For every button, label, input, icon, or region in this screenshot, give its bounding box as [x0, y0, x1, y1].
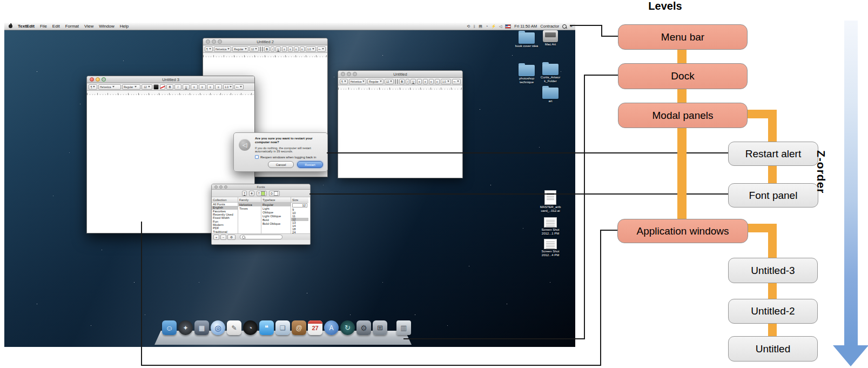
list-menu[interactable]: •– — [317, 46, 326, 52]
dock-calendar-icon[interactable]: 27 — [308, 320, 322, 335]
dock-dashboard-icon[interactable]: ◔ — [243, 320, 258, 335]
bold-button[interactable]: B — [399, 79, 405, 84]
desktop-icon-screenshot-2[interactable]: Screen Shot 2012...4 PM — [538, 239, 563, 257]
spotlight-icon[interactable] — [562, 24, 567, 29]
align-justify-button[interactable]: ≡ — [435, 79, 440, 84]
dock-system-preferences-icon[interactable]: ⚙ — [356, 320, 371, 335]
list-menu[interactable]: •– — [234, 84, 244, 90]
bold-button[interactable]: B — [166, 84, 173, 90]
dock-finder-icon[interactable]: ☺ — [162, 320, 177, 335]
battery-icon[interactable]: ⚡ — [491, 24, 496, 28]
dock-contacts-icon[interactable]: @ — [292, 320, 306, 335]
align-left-button[interactable]: ≡ — [191, 84, 198, 90]
font-search-field[interactable] — [240, 235, 282, 239]
dock-time-machine-icon[interactable]: ↻ — [340, 320, 355, 335]
line-spacing-menu[interactable]: 1.0 — [223, 84, 233, 90]
fast-user-switching[interactable]: Contractor — [540, 24, 559, 29]
menu-help[interactable]: Help — [120, 24, 129, 29]
underline-button[interactable]: U — [411, 79, 416, 84]
checkbox[interactable] — [255, 155, 259, 159]
font-family-menu[interactable]: Helvetica — [349, 79, 367, 84]
desktop-icon-screenshot-1[interactable]: Screen Shot 2012...1 PM — [538, 217, 563, 236]
background-color-well[interactable] — [397, 79, 398, 84]
typeface-item[interactable]: Bold — [261, 218, 291, 222]
menu-format[interactable]: Format — [65, 24, 79, 29]
family-item[interactable]: Times — [238, 206, 261, 210]
desktop-icon-mac-art[interactable]: Mac Art — [538, 30, 563, 46]
title-bar[interactable]: Untitled 3 — [87, 76, 254, 83]
menu-view[interactable]: View — [84, 24, 93, 29]
align-center-button[interactable]: ≡ — [199, 84, 206, 90]
align-center-button[interactable]: ≡ — [423, 79, 428, 84]
align-center-button[interactable]: ≡ — [288, 46, 293, 52]
text-color-well[interactable] — [153, 84, 159, 90]
fonts-panel[interactable]: Fonts T T T D Collection All Fonts Engli… — [211, 184, 311, 245]
line-spacing-menu[interactable]: 1.0 — [441, 79, 451, 84]
styles-menu[interactable]: ¶ — [340, 79, 348, 84]
title-bar[interactable]: Untitled — [338, 71, 462, 78]
styles-menu[interactable]: ¶ — [89, 84, 97, 90]
restart-button[interactable]: Restart — [297, 161, 323, 168]
typeface-item[interactable]: Light — [261, 206, 291, 210]
typeface-item[interactable]: Light Oblique — [261, 214, 291, 218]
clock-icon[interactable]: ◔ — [486, 24, 488, 28]
font-size-menu[interactable]: 12 — [142, 84, 152, 90]
collection-item[interactable]: Traditional — [212, 230, 238, 233]
typeface-item-selected[interactable]: Regular — [261, 203, 291, 206]
line-spacing-menu[interactable]: 1.0 — [306, 46, 316, 52]
reopen-windows-option[interactable]: Reopen windows when logging back in — [255, 155, 316, 159]
underline-button[interactable]: U — [275, 46, 281, 52]
cancel-button[interactable]: Cancel — [268, 161, 294, 168]
dock-app-store-icon[interactable]: A — [324, 320, 339, 335]
typeface-item[interactable]: Bold Oblique — [261, 222, 291, 225]
italic-button[interactable]: I — [174, 84, 181, 90]
align-justify-button[interactable]: ≡ — [215, 84, 222, 90]
background-color-well[interactable] — [262, 46, 263, 52]
italic-button[interactable]: I — [271, 46, 274, 52]
desktop-icon-curtis-artwork-folder[interactable]: Curtis_Artwor k_Folder — [538, 64, 563, 83]
align-right-button[interactable]: ≡ — [294, 46, 299, 52]
background-color-well[interactable] — [160, 84, 165, 90]
dock-trash-icon[interactable]: ▥ — [396, 320, 411, 335]
window-untitled[interactable]: Untitled ¶ Helvetica Regular 12 B I U ≡ … — [338, 70, 463, 178]
dock-mission-control-icon[interactable]: ▦ — [194, 320, 209, 335]
bold-button[interactable]: B — [264, 46, 270, 52]
text-color-well[interactable] — [395, 79, 396, 84]
align-right-button[interactable]: ≡ — [429, 79, 434, 84]
font-size-menu[interactable]: 12 — [250, 46, 259, 52]
menu-edit[interactable]: Edit — [52, 24, 60, 29]
dock-messages-icon[interactable]: ❝ — [259, 320, 274, 335]
font-family-menu[interactable]: Helvetica — [214, 46, 232, 52]
text-area[interactable] — [338, 90, 462, 178]
panel-title-bar[interactable]: Fonts — [212, 184, 310, 190]
apple-icon[interactable] — [9, 24, 12, 28]
align-justify-button[interactable]: ≡ — [300, 46, 305, 52]
dock-calculator-icon[interactable]: ⊞ — [373, 320, 387, 335]
add-collection-button[interactable]: + — [213, 235, 219, 240]
styles-menu[interactable]: ¶ — [205, 46, 213, 52]
title-bar[interactable]: Untitled 2 — [203, 38, 327, 45]
align-left-button[interactable]: ≡ — [417, 79, 422, 84]
time-machine-menu-icon[interactable]: ⟲ — [467, 24, 470, 28]
restart-alert-dialog[interactable]: ◁ Are you sure you want to restart your … — [233, 132, 328, 172]
typeface-item[interactable]: Oblique — [261, 210, 291, 214]
dock-safari-icon[interactable]: ◎ — [211, 320, 225, 335]
align-right-button[interactable]: ≡ — [207, 84, 214, 90]
family-item-selected[interactable]: Helvetica — [238, 203, 261, 206]
size-field[interactable]: 12 — [292, 203, 307, 208]
dock-preview-icon[interactable]: ❏ — [275, 320, 290, 335]
desktop-icon-book-cover-idea[interactable]: book cover idea — [514, 32, 539, 48]
font-family-menu[interactable]: Helvetica — [98, 84, 121, 90]
desktop-icon-photoshop-technique[interactable]: photoshop technique — [514, 65, 539, 84]
input-language-flag-icon[interactable] — [505, 24, 511, 29]
desktop-icon-art[interactable]: art — [538, 88, 563, 103]
list-menu[interactable]: •– — [452, 79, 461, 84]
size-item[interactable]: 24 — [291, 231, 308, 233]
strikethrough-menu[interactable]: T — [249, 191, 254, 196]
font-size-menu[interactable]: 12 — [385, 79, 394, 84]
align-left-button[interactable]: ≡ — [282, 46, 287, 52]
menu-textedit[interactable]: TextEdit — [18, 24, 35, 29]
menu-clock[interactable]: Fri 11:50 AM — [514, 24, 537, 29]
menu-file[interactable]: File — [40, 24, 47, 29]
action-gear-menu[interactable]: ⚙ — [227, 235, 235, 240]
